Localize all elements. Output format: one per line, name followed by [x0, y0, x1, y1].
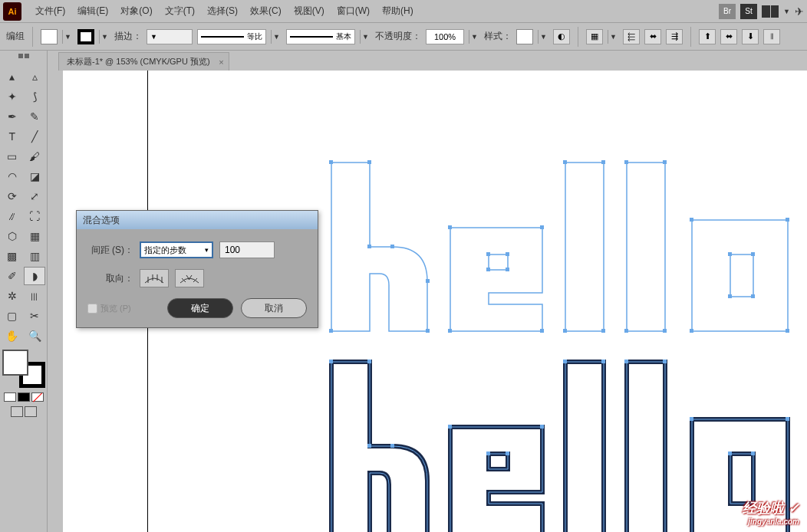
recolor-icon[interactable]: ◐	[553, 29, 570, 44]
svg-rect-22	[728, 294, 732, 298]
align-left-icon[interactable]: ⬱	[623, 29, 640, 44]
svg-rect-29	[390, 245, 394, 248]
style-swatch[interactable]	[516, 29, 533, 44]
width-tool[interactable]: ⫽	[2, 207, 23, 225]
menu-select[interactable]: 选择(S)	[201, 5, 244, 18]
fill-color[interactable]	[2, 350, 28, 376]
svg-rect-24	[486, 252, 490, 256]
align-center-icon[interactable]: ⬌	[644, 29, 661, 44]
align-panel-icon[interactable]: ▦	[586, 29, 603, 44]
color-mode-gradient[interactable]	[18, 392, 30, 402]
hand-tool[interactable]: ✋	[2, 327, 23, 345]
spacing-value-input[interactable]: 100	[219, 241, 275, 258]
slice-tool[interactable]: ✂	[25, 307, 46, 325]
pen-tool[interactable]: ✒	[2, 107, 23, 126]
line-tool[interactable]: ╱	[25, 127, 46, 146]
stroke-dropdown[interactable]: ▼	[99, 30, 110, 44]
stroke-weight[interactable]: ▼	[147, 29, 193, 44]
screen-mode-full[interactable]	[25, 406, 37, 417]
svg-rect-14	[624, 329, 628, 333]
gradient-tool[interactable]: ▥	[25, 247, 46, 265]
orientation-align-page[interactable]	[140, 269, 169, 287]
menu-edit[interactable]: 编辑(E)	[71, 5, 114, 18]
menu-type[interactable]: 文字(T)	[159, 5, 201, 18]
orientation-align-path[interactable]	[175, 269, 204, 287]
fill-swatch[interactable]	[41, 29, 58, 44]
toolbox-grip[interactable]	[2, 54, 45, 64]
color-control[interactable]	[2, 350, 45, 388]
spacing-mode-select[interactable]: 指定的步数▾	[140, 241, 213, 258]
stock-button[interactable]: St	[740, 4, 757, 19]
shape-builder-tool[interactable]: ⬡	[2, 227, 23, 245]
brush-def-dd[interactable]: ▼	[360, 30, 371, 44]
zoom-tool[interactable]: 🔍	[25, 327, 46, 345]
artboard-tool[interactable]: ▢	[2, 307, 23, 325]
opacity-value[interactable]: 100%	[426, 29, 464, 44]
paintbrush-tool[interactable]: 🖌	[25, 147, 46, 166]
document-tab[interactable]: 未标题-1* @ 153% (CMYK/GPU 预览) ×	[58, 52, 229, 71]
align-bottom-icon[interactable]: ⬇	[742, 29, 759, 44]
perspective-tool[interactable]: ▦	[25, 227, 46, 245]
eraser-tool[interactable]: ◪	[25, 167, 46, 186]
svg-rect-0	[329, 160, 333, 164]
svg-rect-25	[506, 252, 509, 256]
blend-tool[interactable]: ◗	[24, 267, 45, 285]
style-label[interactable]: 样式：	[484, 30, 512, 43]
selection-tool[interactable]: ▴	[2, 67, 23, 86]
rotate-tool[interactable]: ⟳	[2, 187, 23, 205]
ok-button[interactable]: 确定	[167, 298, 233, 318]
style-dd[interactable]: ▼	[538, 30, 548, 44]
selection-mode: 编组	[6, 30, 25, 43]
spacing-label: 间距 (S)：	[87, 244, 133, 257]
arrange-dropdown[interactable]: ▼	[783, 8, 790, 15]
menu-file[interactable]: 文件(F)	[29, 5, 71, 18]
graph-tool[interactable]: ⫼	[25, 287, 46, 305]
cancel-button[interactable]: 取消	[241, 298, 307, 318]
document-title: 未标题-1* @ 153% (CMYK/GPU 预览)	[67, 56, 210, 67]
menu-help[interactable]: 帮助(H)	[376, 5, 420, 18]
align-middle-icon[interactable]: ⬌	[720, 29, 737, 44]
svg-rect-45	[367, 444, 371, 448]
brush-def[interactable]: 基本	[286, 29, 355, 44]
menu-object[interactable]: 对象(O)	[114, 5, 158, 18]
width-profile-dd[interactable]: ▼	[271, 30, 282, 44]
color-mode-none[interactable]	[31, 392, 44, 402]
color-mode-normal[interactable]	[4, 392, 16, 402]
distribute-icon[interactable]: ⫴	[763, 29, 780, 44]
svg-rect-18	[690, 329, 693, 333]
dialog-title[interactable]: 混合选项	[77, 211, 318, 229]
fill-dropdown[interactable]: ▼	[62, 30, 73, 44]
symbol-sprayer-tool[interactable]: ✲	[2, 287, 23, 305]
stroke-swatch[interactable]	[77, 29, 94, 44]
magic-wand-tool[interactable]: ✦	[2, 87, 23, 106]
scale-tool[interactable]: ⤢	[25, 187, 46, 205]
svg-rect-15	[663, 329, 667, 333]
shaper-tool[interactable]: ◠	[2, 167, 23, 186]
bridge-button[interactable]: Br	[719, 4, 736, 19]
gpu-icon[interactable]: ✈	[795, 5, 804, 18]
preview-checkbox[interactable]: 预览 (P)	[87, 303, 131, 314]
free-transform-tool[interactable]: ⛶	[25, 207, 46, 225]
screen-mode-normal[interactable]	[11, 406, 23, 417]
svg-rect-33	[448, 425, 452, 429]
align-top-icon[interactable]: ⬆	[699, 29, 716, 44]
mesh-tool[interactable]: ▩	[2, 247, 23, 265]
direct-selection-tool[interactable]: ▵	[25, 67, 46, 86]
close-tab-icon[interactable]: ×	[219, 57, 223, 67]
opacity-dd[interactable]: ▼	[469, 30, 479, 44]
rectangle-tool[interactable]: ▭	[2, 147, 23, 166]
type-tool[interactable]: T	[2, 127, 23, 146]
lasso-tool[interactable]: ⟆	[25, 87, 46, 106]
arrange-documents[interactable]	[762, 5, 779, 18]
stroke-label[interactable]: 描边：	[114, 30, 142, 43]
menu-view[interactable]: 视图(V)	[288, 5, 331, 18]
menu-window[interactable]: 窗口(W)	[331, 5, 376, 18]
width-profile[interactable]: 等比	[197, 29, 266, 44]
eyedropper-tool[interactable]: ✐	[2, 267, 22, 285]
opacity-label[interactable]: 不透明度：	[375, 30, 421, 43]
menu-effect[interactable]: 效果(C)	[244, 5, 288, 18]
align-right-icon[interactable]: ⇶	[666, 29, 683, 44]
curvature-tool[interactable]: ✎	[25, 107, 46, 126]
align-dd[interactable]: ▼	[608, 30, 618, 44]
blend-options-dialog: 混合选项 间距 (S)： 指定的步数▾ 100 取向： 预览 (P) 确定 取消	[76, 210, 318, 328]
